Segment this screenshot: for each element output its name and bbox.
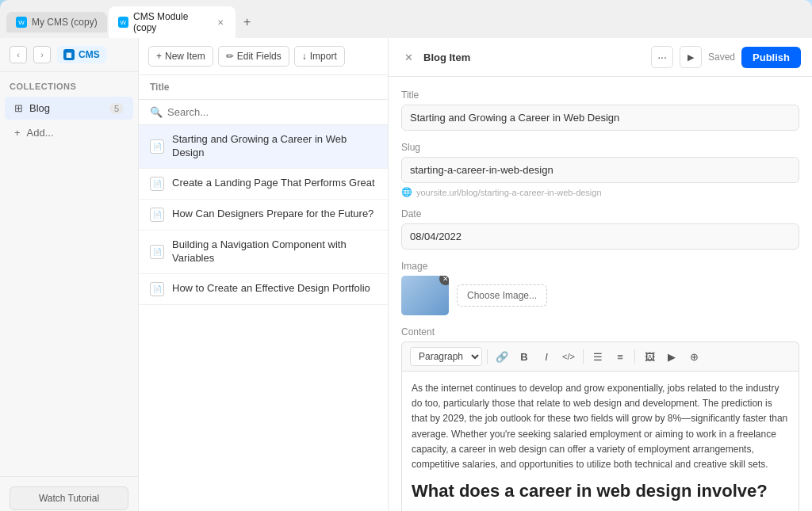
wix-logo-active: W	[118, 17, 128, 28]
new-item-button[interactable]: + New Item	[148, 46, 213, 67]
content-body[interactable]: As the internet continues to develop and…	[401, 371, 799, 511]
play-button[interactable]: ▶	[680, 46, 702, 68]
sidebar-item-blog[interactable]: ⊞ Blog 5	[5, 97, 133, 120]
panel-title: Blog Item	[423, 51, 645, 63]
slug-field-label: Slug	[401, 142, 799, 153]
italic-button[interactable]: I	[537, 347, 556, 366]
list-item[interactable]: 📄 Starting and Growing a Career in Web D…	[139, 125, 388, 169]
cms-label: CMS	[79, 49, 100, 60]
cms-badge: ▦ CMS	[57, 46, 106, 63]
publish-button[interactable]: Publish	[741, 47, 801, 68]
add-collection-button[interactable]: + Add...	[5, 121, 133, 144]
sidebar-nav: ‹ › ▦ CMS	[0, 38, 138, 72]
blog-item-title-5: How to Create an Effective Design Portfo…	[172, 282, 370, 296]
blog-item-icon-4: 📄	[150, 245, 164, 259]
content-field-label: Content	[401, 326, 799, 337]
list-item[interactable]: 📄 Building a Navigation Component with V…	[139, 231, 388, 274]
tab-my-cms[interactable]: W My CMS (copy)	[6, 12, 107, 32]
sidebar-footer: Watch Tutorial	[0, 476, 138, 511]
cms-icon: ▦	[63, 49, 75, 60]
tab-cms-module[interactable]: W CMS Module (copy ✕	[109, 6, 236, 38]
nav-forward-button[interactable]: ›	[33, 46, 51, 63]
code-button[interactable]: </>	[559, 347, 578, 366]
new-item-icon: +	[156, 51, 162, 62]
date-field-group: Date	[401, 208, 799, 250]
search-icon: 🔍	[150, 106, 163, 118]
choose-image-button[interactable]: Choose Image...	[457, 284, 547, 307]
content-field-group: Content Paragraph 🔗 B I </> ☰ ≡ 🖼 ▶	[401, 326, 799, 511]
blog-collection-name: Blog	[29, 102, 103, 114]
blog-item-icon-3: 📄	[150, 208, 164, 222]
nav-back-button[interactable]: ‹	[10, 46, 27, 63]
toolbar-divider-1	[487, 349, 488, 364]
close-tab-icon[interactable]: ✕	[215, 17, 225, 28]
column-header: Title	[139, 75, 388, 100]
link-button[interactable]: 🔗	[492, 347, 511, 366]
tab-cms-module-label: CMS Module (copy	[133, 11, 210, 33]
wix-logo-inactive: W	[16, 17, 27, 28]
date-input[interactable]	[401, 223, 799, 250]
blog-item-title-4: Building a Navigation Component with Var…	[172, 238, 377, 265]
title-field-group: Title	[401, 90, 799, 131]
bold-button[interactable]: B	[515, 347, 534, 366]
content-paragraph-1: As the internet continues to develop and…	[412, 381, 789, 472]
more-options-button[interactable]: ···	[651, 46, 673, 68]
right-content: Title Slug 🌐 yoursite.url/blog/starting-…	[389, 77, 812, 511]
plus-icon: +	[14, 127, 21, 139]
left-sidebar: ‹ › ▦ CMS Collections ⊞ Blog 5 + Add... …	[0, 38, 139, 511]
blog-collection-icon: ⊞	[14, 102, 23, 114]
search-box: 🔍	[139, 100, 388, 125]
content-toolbar: Paragraph 🔗 B I </> ☰ ≡ 🖼 ▶ ⊕	[401, 341, 799, 371]
embed-button[interactable]: ⊕	[684, 347, 703, 366]
list-item[interactable]: 📄 Create a Landing Page That Performs Gr…	[139, 169, 388, 200]
image-insert-button[interactable]: 🖼	[640, 347, 659, 366]
blog-item-title-1: Starting and Growing a Career in Web Des…	[172, 133, 377, 160]
video-insert-button[interactable]: ▶	[662, 347, 681, 366]
slug-input[interactable]	[401, 157, 799, 183]
paragraph-select[interactable]: Paragraph	[410, 347, 482, 366]
toolbar-divider-3	[634, 349, 635, 364]
edit-fields-button[interactable]: ✏ Edit Fields	[218, 46, 289, 67]
saved-label: Saved	[708, 51, 735, 63]
image-thumbnail: ✕	[401, 276, 449, 315]
list-item[interactable]: 📄 How Can Designers Prepare for the Futu…	[139, 200, 388, 231]
middle-panel: + New Item ✏ Edit Fields ↓ Import Title …	[139, 38, 389, 511]
list-item[interactable]: 📄 How to Create an Effective Design Port…	[139, 274, 388, 305]
import-label: Import	[310, 51, 337, 62]
tabs-bar: W My CMS (copy) W CMS Module (copy ✕ +	[0, 6, 812, 38]
import-icon: ↓	[302, 51, 307, 62]
slug-hint: 🌐 yoursite.url/blog/starting-a-career-in…	[401, 187, 799, 197]
blog-item-icon-5: 📄	[150, 282, 164, 296]
toolbar-divider-2	[583, 349, 584, 364]
remove-image-button[interactable]: ✕	[439, 276, 449, 285]
right-toolbar: ✕ Blog Item ··· ▶ Saved Publish	[389, 38, 812, 77]
middle-toolbar: + New Item ✏ Edit Fields ↓ Import	[139, 38, 388, 75]
bullet-list-button[interactable]: ☰	[588, 347, 607, 366]
content-heading: What does a career in web design involve…	[412, 480, 789, 503]
title-field-label: Title	[401, 90, 799, 101]
blog-item-title-2: Create a Landing Page That Performs Grea…	[172, 177, 375, 190]
add-tab-button[interactable]: +	[237, 12, 258, 32]
close-panel-button[interactable]: ✕	[400, 48, 417, 66]
tab-my-cms-label: My CMS (copy)	[32, 17, 98, 28]
blog-item-icon-1: 📄	[150, 139, 164, 154]
collections-label: Collections	[0, 72, 138, 96]
edit-fields-label: Edit Fields	[237, 51, 282, 62]
import-button[interactable]: ↓ Import	[294, 46, 345, 67]
new-item-label: New Item	[165, 51, 205, 62]
add-collection-label: Add...	[27, 127, 54, 139]
watch-tutorial-button[interactable]: Watch Tutorial	[10, 486, 128, 510]
title-input[interactable]	[401, 105, 799, 131]
right-panel: ✕ Blog Item ··· ▶ Saved Publish Title Sl…	[389, 38, 812, 511]
search-input[interactable]	[167, 106, 377, 118]
edit-fields-icon: ✏	[226, 51, 234, 62]
date-field-label: Date	[401, 208, 799, 219]
numbered-list-button[interactable]: ≡	[611, 347, 630, 366]
image-field-group: Image ✕ Choose Image...	[401, 261, 799, 315]
blog-collection-count: 5	[109, 103, 124, 114]
blog-item-icon-2: 📄	[150, 177, 164, 191]
globe-icon: 🌐	[401, 187, 412, 197]
slug-field-group: Slug 🌐 yoursite.url/blog/starting-a-care…	[401, 142, 799, 197]
image-area: ✕ Choose Image...	[401, 276, 799, 315]
image-field-label: Image	[401, 261, 799, 272]
